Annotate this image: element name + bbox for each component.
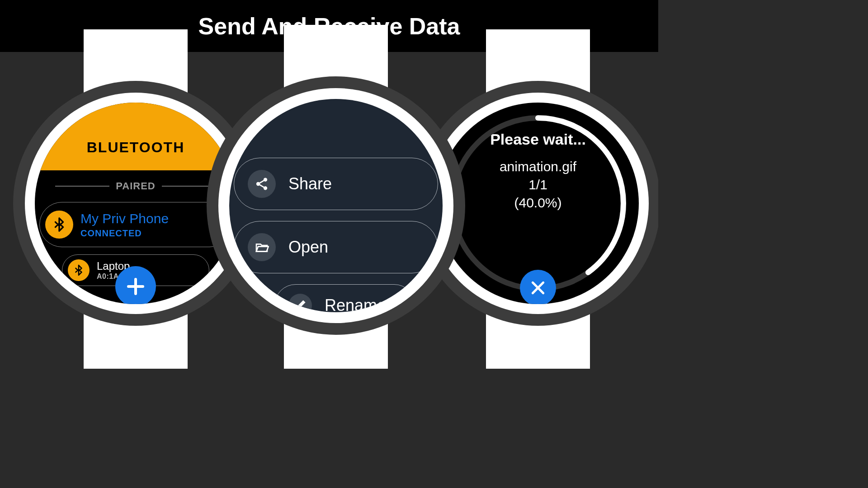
svg-point-1 <box>257 183 260 186</box>
watch-face: Share Open Rename <box>229 99 443 312</box>
transfer-filename: animation.gif <box>500 159 576 174</box>
transfer-index: 1/1 <box>528 177 547 192</box>
transfer-percent: (40.0%) <box>514 195 561 211</box>
action-label: Open <box>288 238 328 257</box>
bluetooth-icon <box>68 259 90 281</box>
share-icon <box>248 170 276 198</box>
plus-icon <box>125 276 146 297</box>
device-status: CONNECTED <box>80 228 169 239</box>
paired-label: PAIRED <box>116 180 156 192</box>
add-device-button[interactable] <box>115 266 156 304</box>
watch-face: Please wait... animation.gif 1/1 (40.0%) <box>437 103 639 304</box>
action-open[interactable]: Open <box>234 221 438 273</box>
device-row-connected[interactable]: My Priv Phone CONNECTED <box>39 202 232 247</box>
svg-point-2 <box>264 187 267 190</box>
bluetooth-header-label: BLUETOOTH <box>87 139 185 156</box>
action-share[interactable]: Share <box>234 158 438 210</box>
close-icon <box>529 279 547 297</box>
bluetooth-icon <box>45 211 73 239</box>
wait-title: Please wait... <box>490 131 586 148</box>
cancel-button[interactable] <box>520 270 556 304</box>
watch-actions: Share Open Rename <box>218 88 453 323</box>
paired-divider: PAIRED <box>35 170 236 199</box>
svg-point-0 <box>264 178 267 181</box>
bluetooth-header: BLUETOOTH <box>35 103 236 170</box>
action-label: Share <box>288 174 332 193</box>
folder-icon <box>248 233 276 261</box>
device-name: My Priv Phone <box>80 211 169 226</box>
